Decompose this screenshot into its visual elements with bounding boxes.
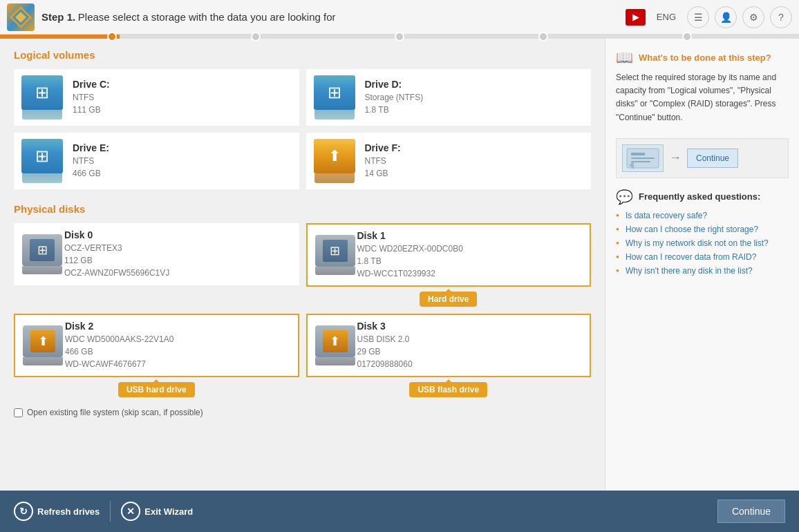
- drive-c-icon: ⊞: [20, 75, 64, 120]
- disk-1-tooltip: Hard drive: [306, 290, 592, 307]
- drive-e-icon: ⊞: [20, 139, 64, 183]
- disk-2-cell: ⬆ Disk 2 WDC WD5000AAKS-22V1A0 466 GB WD…: [14, 314, 299, 397]
- disk-1-cell: ⊞ Disk 1 WDC WD20EZRX-00DC0B0 1.8 TB WD-…: [306, 223, 592, 307]
- help-section: 📖 What's to be done at this step? Select…: [616, 49, 789, 124]
- continue-button[interactable]: Continue: [717, 500, 785, 523]
- help-button[interactable]: ?: [770, 6, 792, 28]
- faq-icon: 💬: [616, 189, 633, 205]
- arrow-icon: →: [669, 151, 682, 165]
- drive-d[interactable]: ⊞ Drive D: Storage (NTFS) 1.8 TB: [306, 69, 592, 126]
- checkbox-row: Open existing file system (skip scan, if…: [14, 408, 591, 417]
- drive-e[interactable]: ⊞ Drive E: NTFS 466 GB: [14, 133, 299, 189]
- disk-3-icon: ⬆: [313, 323, 357, 368]
- physical-disks-grid: ⊞ Disk 0 OCZ-VERTEX3 112 GB OCZ-AWNZ0FW5…: [14, 223, 591, 397]
- disk-1[interactable]: ⊞ Disk 1 WDC WD20EZRX-00DC0B0 1.8 TB WD-…: [306, 223, 592, 287]
- help-title: What's to be done at this step?: [639, 53, 771, 63]
- help-body: Select the required storage by its name …: [616, 71, 789, 124]
- disk-1-model: WDC WD20EZRX-00DC0B0: [357, 243, 585, 255]
- left-panel: Logical volumes ⊞ Drive C: NTFS 111 GB: [0, 39, 605, 491]
- faq-link-2[interactable]: How can I choose the right storage?: [626, 225, 758, 234]
- disk-3[interactable]: ⬆ Disk 3 USB DISK 2.0 29 GB 017209888060: [306, 314, 592, 377]
- disk-2[interactable]: ⬆ Disk 2 WDC WD5000AAKS-22V1A0 466 GB WD…: [14, 314, 299, 377]
- step-4-dot: [538, 32, 548, 41]
- footer-divider: [110, 501, 111, 522]
- faq-item-4: How can I recover data from RAID?: [616, 252, 789, 262]
- app-logo: [7, 3, 35, 31]
- footer: ↻ Refresh drives ✕ Exit Wizard Continue: [0, 491, 799, 532]
- language-selector[interactable]: ENG: [651, 9, 682, 25]
- header-title: Step 1. Please select a storage with the…: [41, 11, 336, 23]
- faq-link-5[interactable]: Why isn't there any disk in the list?: [626, 266, 753, 276]
- svg-rect-6: [631, 161, 650, 162]
- help-book-icon: 📖: [616, 49, 633, 66]
- logical-volumes-title: Logical volumes: [14, 49, 591, 61]
- disk-0[interactable]: ⊞ Disk 0 OCZ-VERTEX3 112 GB OCZ-AWNZ0FW5…: [14, 223, 299, 285]
- step-3-dot: [395, 32, 404, 41]
- youtube-button[interactable]: ▶: [626, 9, 646, 26]
- disk-2-tooltip: USB hard drive: [14, 381, 299, 397]
- disk-2-size: 466 GB: [65, 345, 292, 358]
- settings-button[interactable]: ⚙: [742, 6, 764, 28]
- drive-d-icon: ⊞: [312, 75, 357, 120]
- faq-title: Frequently asked questions:: [639, 191, 760, 202]
- step-1-dot: [107, 32, 117, 41]
- disk-0-icon: ⊞: [20, 232, 64, 276]
- open-filesystem-checkbox[interactable]: [14, 408, 23, 417]
- drive-f-name: Drive F:: [365, 142, 585, 153]
- svg-rect-4: [631, 153, 645, 155]
- drive-d-name: Drive D:: [365, 79, 585, 90]
- svg-rect-5: [631, 158, 655, 159]
- faq-link-3[interactable]: Why is my network disk not on the list?: [626, 238, 769, 248]
- step-visual: → Continue: [616, 138, 789, 178]
- drive-c[interactable]: ⊞ Drive C: NTFS 111 GB: [14, 69, 299, 126]
- right-panel: 📖 What's to be done at this step? Select…: [605, 39, 799, 491]
- exit-wizard-button[interactable]: ✕ Exit Wizard: [121, 502, 193, 521]
- disk-3-model: USB DISK 2.0: [357, 333, 585, 345]
- drive-f-icon: ⬆: [312, 139, 357, 183]
- disk-0-serial: OCZ-AWNZ0FW55696C1VJ: [64, 267, 293, 279]
- faq-item-3: Why is my network disk not on the list?: [616, 238, 789, 248]
- step-icon-box: [622, 144, 664, 172]
- step-5-dot: [682, 32, 692, 41]
- open-filesystem-label[interactable]: Open existing file system (skip scan, if…: [27, 408, 203, 417]
- refresh-icon: ↻: [14, 502, 33, 521]
- disk-2-icon: ⬆: [21, 323, 65, 368]
- refresh-drives-button[interactable]: ↻ Refresh drives: [14, 502, 100, 521]
- faq-link-4[interactable]: How can I recover data from RAID?: [626, 252, 756, 262]
- drive-f-fs: NTFS: [365, 155, 585, 167]
- drive-e-fs: NTFS: [73, 155, 293, 167]
- header: Step 1. Please select a storage with the…: [0, 0, 799, 35]
- disk-0-model: OCZ-VERTEX3: [64, 242, 293, 254]
- drive-c-fs: NTFS: [73, 91, 293, 104]
- menu-button[interactable]: ☰: [687, 6, 709, 28]
- disk-0-size: 112 GB: [64, 254, 293, 267]
- disk-3-serial: 017209888060: [357, 358, 585, 370]
- drive-d-fs: Storage (NTFS): [365, 91, 585, 104]
- faq-item-2: How can I choose the right storage?: [616, 225, 789, 234]
- account-button[interactable]: 👤: [715, 6, 737, 28]
- logical-drives-grid: ⊞ Drive C: NTFS 111 GB ⊞: [14, 69, 591, 189]
- visual-continue-button[interactable]: Continue: [687, 149, 738, 168]
- disk-2-name: Disk 2: [65, 321, 292, 332]
- disk-0-name: Disk 0: [64, 229, 293, 240]
- drive-d-size: 1.8 TB: [365, 104, 585, 116]
- faq-list: Is data recovery safe? How can I choose …: [616, 211, 789, 276]
- disk-1-serial: WD-WCC1T0239932: [357, 267, 585, 280]
- disk-1-icon: ⊞: [313, 233, 357, 277]
- disk-0-cell: ⊞ Disk 0 OCZ-VERTEX3 112 GB OCZ-AWNZ0FW5…: [14, 223, 299, 307]
- disk-3-size: 29 GB: [357, 345, 585, 358]
- drive-c-size: 111 GB: [73, 104, 293, 116]
- step-2-dot: [251, 32, 261, 41]
- progress-bar: [0, 35, 799, 39]
- drive-f[interactable]: ⬆ Drive F: NTFS 14 GB: [306, 133, 592, 189]
- drive-e-name: Drive E:: [73, 142, 293, 153]
- faq-item-1: Is data recovery safe?: [616, 211, 789, 220]
- drive-f-size: 14 GB: [365, 167, 585, 180]
- exit-icon: ✕: [121, 502, 140, 521]
- disk-1-size: 1.8 TB: [357, 255, 585, 267]
- faq-item-5: Why isn't there any disk in the list?: [616, 266, 789, 276]
- disk-1-name: Disk 1: [357, 230, 585, 241]
- disk-2-model: WDC WD5000AAKS-22V1A0: [65, 333, 292, 345]
- faq-link-1[interactable]: Is data recovery safe?: [626, 211, 707, 220]
- disk-3-name: Disk 3: [357, 321, 585, 332]
